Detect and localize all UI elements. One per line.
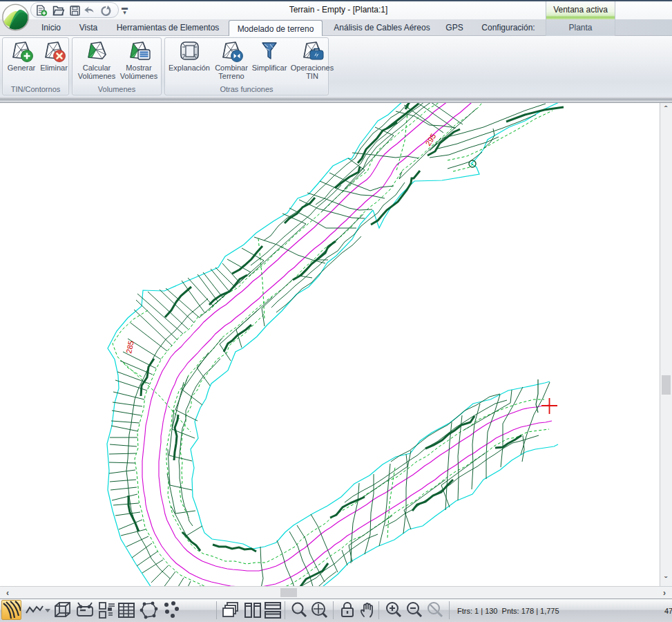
svg-text:285: 285: [124, 340, 135, 354]
